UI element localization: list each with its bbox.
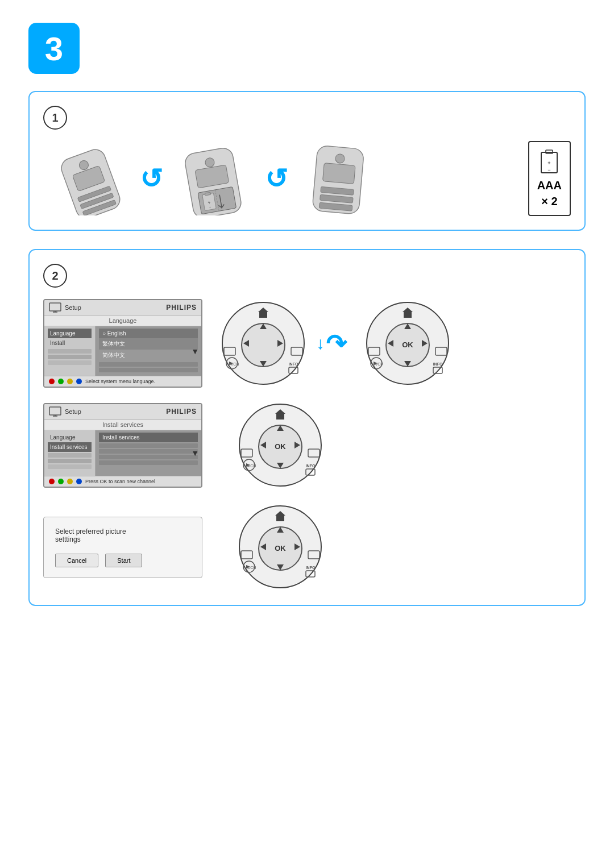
panel2-instructions: Setup PHILIPS Language Language Install …: [43, 299, 571, 591]
remote-dial-1: INFO A/CH: [219, 300, 308, 388]
svg-rect-57: [49, 407, 61, 415]
remote-circle-install: OK INFO: [237, 401, 325, 489]
tv-menu-install: Install: [48, 338, 92, 348]
svg-text:OK: OK: [275, 442, 286, 451]
svg-rect-25: [49, 303, 61, 311]
remote-circle-language: INFO A/CH ↓ ↷: [219, 300, 452, 388]
dialog-picture-text: Select preferred picturesetttings: [55, 528, 190, 543]
dialog-picture-settings: Select preferred picturesetttings Cancel…: [43, 517, 202, 578]
btn-yellow: [67, 379, 73, 384]
tv-screen-install: Setup PHILIPS Install services Language …: [43, 403, 202, 488]
remote-dial-install: OK INFO: [237, 401, 325, 489]
remote-illustrations: ↺ + -: [43, 142, 517, 215]
tv-screen-header: Setup PHILIPS: [44, 300, 201, 315]
battery-icon: + −: [540, 148, 558, 175]
instruction-row-language: Setup PHILIPS Language Language Install …: [43, 299, 571, 388]
svg-text:A/CH: A/CH: [247, 464, 256, 468]
btn-red-2: [49, 479, 55, 484]
remote-dial-2: OK INFO: [364, 300, 452, 388]
scroll-down-indicator: ▼: [191, 347, 199, 356]
scroll-indicator-2: ▼: [191, 448, 199, 458]
remote-3-svg: [293, 142, 384, 215]
dial-no-ok: INFO A/CH ↓: [219, 300, 308, 388]
dial-install: OK INFO: [237, 401, 325, 489]
svg-rect-46: [404, 312, 412, 318]
panel-1: 1 ↺: [28, 91, 586, 231]
btn-red: [49, 379, 55, 384]
tv-right-col-language: ○ English 繁体中文 简体中文 ▼: [96, 326, 201, 376]
svg-text:INFO: INFO: [433, 362, 443, 366]
tv-icon: [49, 302, 61, 313]
tv-sub-header-install: Install services: [44, 420, 201, 430]
dialog-buttons: Cancel Start: [55, 554, 190, 567]
instruction-row-install: Setup PHILIPS Install services Language …: [43, 401, 571, 489]
svg-text:+: +: [548, 160, 551, 166]
panel1-content: ↺ + -: [43, 141, 571, 216]
btn-blue-2: [76, 479, 82, 484]
btn-green: [58, 379, 64, 384]
tv-install-item: Install services: [99, 433, 198, 442]
btn-green-2: [58, 479, 64, 484]
svg-rect-31: [259, 312, 267, 318]
svg-text:−: −: [548, 167, 551, 173]
tv-screen-install-header: Setup PHILIPS: [44, 404, 201, 420]
svg-text:A/CH: A/CH: [230, 362, 239, 366]
tv-menu-language: Language: [48, 329, 92, 338]
tv-body-install: Language Install services Install servic…: [44, 430, 201, 476]
svg-rect-64: [276, 414, 284, 420]
instruction-row-picture: Select preferred picturesetttings Cancel…: [43, 503, 571, 591]
down-arrow-overlay: ↓: [316, 335, 325, 352]
tv-left-col-install: Language Install services: [44, 430, 96, 476]
svg-rect-79: [276, 516, 284, 521]
tv-lang-english: ○ English: [99, 329, 198, 338]
step-circle-2: 2: [43, 264, 67, 288]
battery-label: AAA× 2: [537, 177, 562, 209]
svg-text:OK: OK: [402, 340, 413, 349]
tv-sub-header-language: Language: [44, 315, 201, 326]
dial-picture: OK INFO: [237, 503, 325, 591]
start-button[interactable]: Start: [105, 554, 142, 567]
remote-circle-picture: OK INFO: [237, 503, 325, 591]
dial-with-ok: OK INFO: [364, 300, 452, 388]
remote-2-svg: + -: [168, 142, 259, 215]
svg-text:INFO: INFO: [306, 566, 316, 570]
tv-left-col: Language Install: [44, 326, 96, 376]
cancel-button[interactable]: Cancel: [55, 554, 98, 567]
svg-text:A/CH: A/CH: [247, 566, 256, 570]
tv-footer-install: Press OK to scan new channel: [44, 476, 201, 487]
tv-lang-traditional: 繁体中文: [99, 338, 198, 350]
tv-body-language: Language Install ○ English 繁体中文 简体中文 ▼: [44, 326, 201, 376]
tv-menu-language-2: Language: [48, 433, 92, 442]
btn-yellow-2: [67, 479, 73, 484]
svg-rect-16: [322, 163, 355, 184]
tv-icon-2: [49, 406, 61, 417]
panel-2: 2 Setup PHILIPS Language: [28, 249, 586, 606]
blue-arrow-between-dials: ↷: [326, 329, 347, 358]
tv-lang-simplified: 简体中文: [99, 350, 198, 361]
battery-info-box: + − AAA× 2: [528, 141, 571, 216]
svg-text:INFO: INFO: [289, 362, 298, 366]
step-badge: 3: [28, 23, 80, 74]
tv-screen-language: Setup PHILIPS Language Language Install …: [43, 299, 202, 388]
remote-dial-picture: OK INFO: [237, 503, 325, 591]
tv-menu-install-2: Install services: [48, 442, 92, 452]
remote-1-svg: [43, 142, 134, 215]
btn-blue: [76, 379, 82, 384]
svg-text:A/CH: A/CH: [374, 362, 384, 366]
svg-text:INFO: INFO: [306, 464, 316, 468]
tv-right-col-install: Install services ▼: [96, 430, 201, 476]
tv-footer-language: Select system menu language.: [44, 376, 201, 387]
svg-text:OK: OK: [275, 544, 286, 553]
arrow-1: ↺: [140, 163, 163, 194]
arrow-2: ↺: [265, 163, 288, 194]
step-circle-1: 1: [43, 106, 67, 130]
